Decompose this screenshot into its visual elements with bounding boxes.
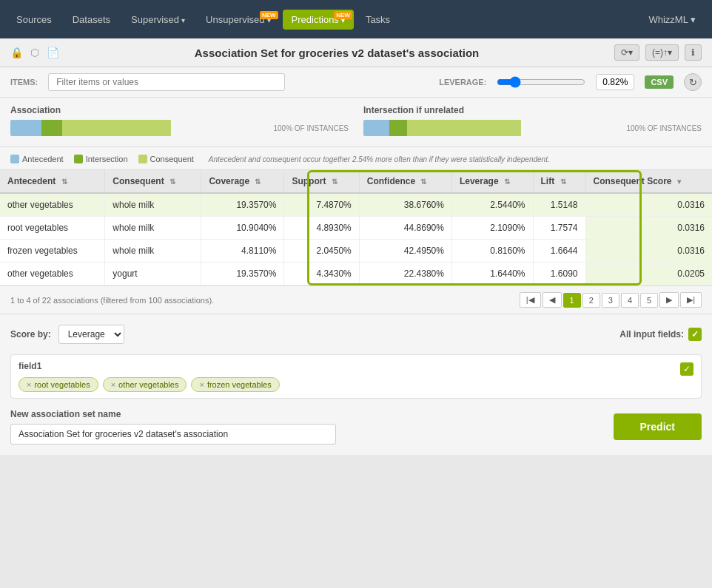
cell-support: 4.3430% bbox=[284, 263, 359, 285]
field-tag[interactable]: ×other vegetables bbox=[103, 377, 187, 392]
nav-datasets[interactable]: Datasets bbox=[64, 10, 119, 30]
pagination-info: 1 to 4 of 22 associations (filtered from… bbox=[10, 296, 214, 305]
new-assoc-label: New association set name bbox=[10, 409, 603, 419]
page-4-btn[interactable]: 4 bbox=[621, 293, 639, 308]
table-row[interactable]: other vegetables yogurt 19.3570% 4.3430%… bbox=[0, 263, 712, 285]
refresh-btn[interactable]: ↻ bbox=[684, 73, 702, 91]
leverage-value: 0.82% bbox=[596, 74, 634, 90]
association-antecedent-bar bbox=[10, 120, 41, 136]
refresh-action-btn[interactable]: ⟳▾ bbox=[614, 44, 639, 61]
tag-remove-icon[interactable]: × bbox=[199, 380, 204, 389]
nav-brand[interactable]: WhizzML ▾ bbox=[639, 10, 705, 30]
field-section-checkbox[interactable]: ✓ bbox=[680, 362, 693, 376]
score-by-label: Score by: bbox=[10, 329, 51, 339]
col-lift[interactable]: Lift ⇅ bbox=[533, 170, 585, 193]
cell-support: 2.0450% bbox=[284, 240, 359, 263]
lock-icon: 🔒 bbox=[10, 47, 23, 58]
confidence-sort-icon: ⇅ bbox=[420, 178, 426, 186]
supervised-arrow: ▾ bbox=[181, 16, 185, 24]
cell-score: 0.0316 bbox=[585, 193, 712, 217]
items-filter-input[interactable] bbox=[48, 73, 285, 91]
col-leverage[interactable]: Leverage ⇅ bbox=[451, 170, 533, 193]
titlebar: 🔒 ⬡ 📄 Association Set for groceries v2 d… bbox=[0, 38, 712, 67]
nav-supervised[interactable]: Supervised▾ bbox=[122, 10, 194, 30]
col-coverage[interactable]: Coverage ⇅ bbox=[201, 170, 284, 193]
field-section: field1 ✓ ×root vegetables×other vegetabl… bbox=[10, 354, 702, 399]
legend: Antecedent Intersection Consequent Antec… bbox=[10, 155, 702, 163]
table-outer: Antecedent ⇅ Consequent ⇅ Coverage ⇅ Sup… bbox=[0, 170, 712, 285]
new-assoc-container: New association set name bbox=[10, 409, 603, 445]
leverage-label: LEVERAGE: bbox=[439, 78, 486, 87]
score-sort-icon: ▾ bbox=[677, 178, 681, 186]
legend-consequent: Consequent bbox=[138, 155, 194, 163]
cell-leverage: 0.8160% bbox=[451, 240, 533, 263]
intersection-consequent-bar bbox=[407, 120, 521, 136]
association-bar-container: 100% OF INSTANCES bbox=[10, 120, 349, 136]
nav-unsupervised[interactable]: Unsupervised▾ NEW bbox=[197, 10, 280, 30]
cell-leverage: 1.6440% bbox=[451, 263, 533, 285]
page-next-btn[interactable]: ▶ bbox=[659, 292, 679, 308]
cell-confidence: 42.4950% bbox=[359, 240, 451, 263]
antecedent-sort-icon: ⇅ bbox=[61, 178, 67, 186]
page-1-btn[interactable]: 1 bbox=[563, 293, 581, 308]
pagination-buttons: |◀ ◀ 1 2 3 4 5 ▶ ▶| bbox=[520, 292, 702, 308]
antecedent-color bbox=[10, 155, 19, 163]
navbar: Sources Datasets Supervised▾ Unsupervise… bbox=[0, 0, 712, 38]
table-row[interactable]: other vegetables whole milk 19.3570% 7.4… bbox=[0, 193, 712, 217]
tag-label: frozen vegetables bbox=[207, 380, 272, 389]
page-prev-btn[interactable]: ◀ bbox=[543, 292, 562, 308]
export-action-btn[interactable]: (=)↑▾ bbox=[645, 44, 679, 61]
tag-remove-icon[interactable]: × bbox=[111, 380, 115, 389]
cell-consequent: whole milk bbox=[105, 193, 201, 217]
field-section-title: field1 bbox=[19, 361, 41, 371]
pagination: 1 to 4 of 22 associations (filtered from… bbox=[0, 285, 712, 314]
score-select[interactable]: Leverage bbox=[58, 325, 124, 344]
table-row[interactable]: root vegetables whole milk 10.9040% 4.89… bbox=[0, 217, 712, 240]
new-assoc-input[interactable] bbox=[10, 424, 336, 445]
col-antecedent[interactable]: Antecedent ⇅ bbox=[0, 170, 105, 193]
col-score[interactable]: Consequent Score ▾ bbox=[585, 170, 712, 193]
nav-predictions[interactable]: Predictions▾ NEW bbox=[283, 10, 354, 30]
association-table: Antecedent ⇅ Consequent ⇅ Coverage ⇅ Sup… bbox=[0, 170, 712, 285]
cell-consequent: yogurt bbox=[105, 263, 201, 285]
page-2-btn[interactable]: 2 bbox=[582, 293, 600, 308]
cell-antecedent: root vegetables bbox=[0, 217, 105, 240]
cell-score: 0.0205 bbox=[585, 263, 712, 285]
intersection-instances-label: 100% OF INSTANCES bbox=[626, 124, 702, 132]
table-row[interactable]: frozen vegetables whole milk 4.8110% 2.0… bbox=[0, 240, 712, 263]
col-consequent[interactable]: Consequent ⇅ bbox=[105, 170, 201, 193]
col-confidence[interactable]: Confidence ⇅ bbox=[359, 170, 451, 193]
field-tag[interactable]: ×root vegetables bbox=[19, 377, 98, 392]
association-title: Association bbox=[10, 105, 349, 115]
nav-sources[interactable]: Sources bbox=[7, 10, 61, 30]
page-3-btn[interactable]: 3 bbox=[602, 293, 619, 308]
field-tag[interactable]: ×frozen vegetables bbox=[191, 377, 279, 392]
cell-lift: 1.7574 bbox=[533, 217, 585, 240]
nav-tasks[interactable]: Tasks bbox=[357, 10, 399, 30]
cell-lift: 1.6090 bbox=[533, 263, 585, 285]
legend-antecedent-label: Antecedent bbox=[22, 155, 64, 163]
cell-support: 7.4870% bbox=[284, 193, 359, 217]
tree-icon: ⬡ bbox=[30, 47, 39, 58]
intersection-viz: Intersection if unrelated 100% OF INSTAN… bbox=[363, 105, 702, 139]
page-last-btn[interactable]: ▶| bbox=[680, 292, 702, 308]
tag-remove-icon[interactable]: × bbox=[27, 380, 31, 389]
leverage-slider[interactable] bbox=[497, 76, 585, 88]
page-5-btn[interactable]: 5 bbox=[640, 293, 658, 308]
tag-label: root vegetables bbox=[34, 380, 90, 389]
cell-confidence: 22.4380% bbox=[359, 263, 451, 285]
cell-confidence: 38.6760% bbox=[359, 193, 451, 217]
csv-button[interactable]: CSV bbox=[645, 75, 674, 89]
info-btn[interactable]: ℹ bbox=[685, 44, 702, 61]
predict-button[interactable]: Predict bbox=[614, 413, 702, 440]
filterbar: ITEMS: LEVERAGE: 0.82% CSV ↻ bbox=[0, 67, 712, 98]
titlebar-actions: ⟳▾ (=)↑▾ ℹ bbox=[614, 44, 702, 61]
support-sort-icon: ⇅ bbox=[332, 178, 337, 186]
page-first-btn[interactable]: |◀ bbox=[520, 292, 541, 308]
col-support[interactable]: Support ⇅ bbox=[284, 170, 359, 193]
cell-antecedent: other vegetables bbox=[0, 193, 105, 217]
all-fields-checkbox[interactable]: ✓ bbox=[688, 328, 702, 341]
legend-note: Antecedent and consequent occur together… bbox=[209, 155, 550, 163]
intersection-bar-container: 100% OF INSTANCES bbox=[363, 120, 702, 136]
items-label: ITEMS: bbox=[10, 78, 38, 87]
